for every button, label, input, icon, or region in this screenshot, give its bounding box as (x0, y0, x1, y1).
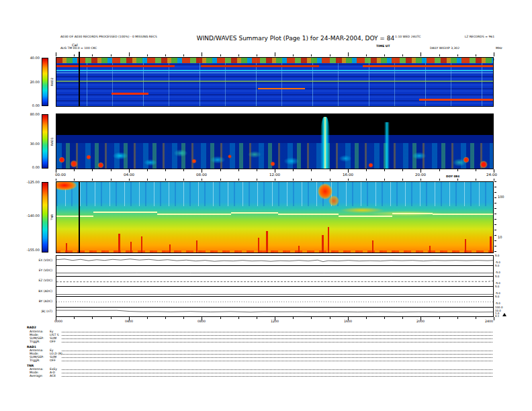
status-timeline-dots (62, 354, 492, 355)
summary-plot: A030 OF A030 RECORDS PROCESSED (100%) - … (0, 0, 532, 411)
line-panel-label-bmag: |B| (nT) (21, 310, 52, 313)
rad1-colorbar-tick: 30.00 (21, 142, 40, 146)
status-value: OFF (50, 340, 56, 343)
cal-line-tnr (79, 182, 80, 253)
status-timeline-dots (62, 351, 492, 351)
line-panel-by (56, 297, 493, 307)
tnr-freq-tick: 10 (498, 235, 502, 239)
line-panel-ey (56, 266, 493, 276)
line-panel-ez (56, 277, 493, 287)
bottom-tick-label: 2000 (412, 320, 429, 323)
bottom-tick-label: 2400 (481, 320, 497, 323)
status-timeline-dots (62, 342, 492, 342)
line-panel-tick: -5.0 (495, 271, 500, 274)
rad1-spectrogram (56, 113, 494, 169)
rad2-colorbar-tick: 20.00 (21, 80, 40, 84)
time-tick-label: 08:00 (191, 173, 212, 177)
header-lz-records: LZ RECORDS = 961 (465, 35, 494, 39)
line-plot-ez (56, 277, 493, 286)
bottom-tick-label: 0000 (50, 320, 66, 323)
doy-label: DOY 084 (446, 175, 459, 178)
status-timeline-dots (62, 369, 492, 370)
rad2-colorbar-tick: 40.00 (21, 56, 40, 60)
line-panel-label-ex: EX (VDC) (21, 259, 52, 262)
rad1-burst-streak (384, 122, 390, 169)
time-tick-label: 20:00 (410, 173, 431, 177)
bottom-tick-label: 0800 (193, 320, 210, 323)
tnr-colorbar-tick: -155.00 (21, 248, 40, 252)
status-timeline-dots (62, 338, 492, 339)
status-group-rad2: RAD2 (27, 326, 36, 329)
rad1-colorbar-tick: 80.00 (21, 112, 40, 116)
tnr-colorbar-tick: -140.00 (21, 214, 40, 218)
status-key: TriggR: (30, 359, 40, 362)
time-tick-label: 16:00 (338, 173, 358, 177)
line-plot-ex (56, 256, 493, 265)
tnr-colorbar-tick: -125.00 (21, 180, 40, 184)
cal-line-rad2 (79, 52, 80, 107)
line-panel-bx (56, 287, 493, 297)
line-panel-tick: 5.0 (495, 295, 499, 298)
header-daily: DAILY W03XP 3,302 (395, 46, 494, 50)
line-plot-bmag (56, 308, 493, 318)
bottom-tick-label: 1600 (340, 320, 356, 323)
line-panel-bmag (56, 308, 493, 318)
status-timeline-dots (62, 332, 492, 332)
line-panel-label-ey: EY (VDC) (21, 269, 52, 272)
line-panel-tick: 5.0 (495, 275, 499, 278)
rad2-spectrogram (56, 57, 494, 107)
line-plot-ey (56, 266, 493, 275)
tnr-freq-tick: 100 (498, 195, 504, 199)
status-timeline-dots (62, 357, 492, 358)
bottom-axis-minor-ticks (56, 317, 494, 319)
bottom-tick-label: 0400 (121, 320, 137, 323)
line-panel-label-ez: EZ (VDC) (21, 279, 52, 282)
time-axis-label: TIME UT (376, 44, 390, 48)
header-version: 1:10 WED 24UTC (395, 35, 420, 39)
rad2-colorbar (42, 58, 48, 106)
status-timeline-dots (62, 361, 492, 361)
status-timeline-dots (62, 335, 492, 336)
line-panel-tick: 0.1 (495, 314, 499, 318)
status-timeline-dots (62, 376, 492, 377)
rad2-panel-label: RAD2 (49, 58, 55, 106)
status-timeline-dots (62, 373, 492, 373)
rad1-panel-label: RAD1 (49, 114, 55, 169)
tnr-top-minor-ticks (56, 179, 494, 181)
status-value: OFF (50, 359, 56, 362)
line-panel-tick: 5.0 (495, 254, 499, 257)
time-tick-label: 12:00 (265, 173, 285, 177)
time-tick-label: 00:00 (50, 173, 71, 177)
line-plot-by (56, 297, 493, 306)
line-panel-tick: 5.0 (495, 285, 499, 288)
line-panel-label-by: BY (ADC) (21, 300, 52, 303)
time-tick-label: 04:00 (119, 173, 139, 177)
rad1-colorbar-tick: 0.00 (21, 165, 40, 169)
tnr-spectrogram (56, 181, 494, 253)
line-panel-ex (56, 256, 493, 266)
rad1-colorbar (42, 114, 48, 169)
rad1-spectrogram-features (56, 114, 493, 169)
tnr-right-minor-ticks (494, 181, 496, 253)
line-panel-tick: 5.0 (495, 264, 499, 267)
line-panel-label-bx: BX (ADC) (21, 289, 52, 293)
freq-unit-label: MHz (496, 46, 502, 50)
tnr-panel-label: TNR (49, 182, 55, 253)
status-key: TriggR: (30, 340, 40, 343)
status-key: Average: (30, 374, 43, 377)
line-panel-stack (56, 255, 494, 317)
rad2-colorbar-tick: 0.00 (21, 103, 40, 107)
end-marker-icon (502, 313, 506, 316)
bottom-tick-label: 1200 (267, 320, 283, 323)
status-value: ACE (50, 374, 56, 377)
tnr-colorbar (42, 182, 48, 253)
rad1-burst-streak (320, 117, 330, 169)
time-axis-minor-ticks (56, 169, 494, 171)
cal-marker-label: Cal (72, 43, 78, 47)
rad2-spectrogram-features (56, 58, 493, 106)
time-tick-label: 24:00 (482, 173, 502, 177)
line-plot-bx (56, 287, 493, 296)
rad2-top-minor-ticks (56, 54, 494, 56)
tnr-spectrogram-spikes (56, 182, 493, 253)
line-panel-tick: -5.0 (495, 302, 500, 305)
